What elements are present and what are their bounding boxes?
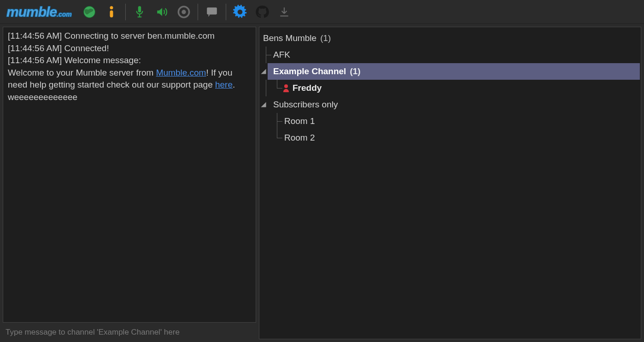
- svg-rect-9: [207, 7, 217, 14]
- username: Freddy: [293, 83, 322, 93]
- toolbar-separator: [125, 4, 126, 20]
- log-line: [11:44:56 AM] Connected!: [8, 42, 251, 55]
- download-icon[interactable]: [274, 2, 294, 22]
- expand-arrow-icon[interactable]: [260, 101, 267, 108]
- record-icon[interactable]: [174, 2, 194, 22]
- speaker-icon[interactable]: [152, 2, 172, 22]
- user-row[interactable]: Freddy: [260, 80, 640, 96]
- channel-tree[interactable]: Bens Mumble (1) AFK Example Channel (1) …: [259, 27, 641, 339]
- toolbar: mumble.com: [0, 0, 644, 24]
- main-content: [11:44:56 AM] Connecting to server ben.m…: [0, 24, 644, 342]
- globe-icon[interactable]: [79, 2, 100, 22]
- channel-label: AFK: [273, 50, 290, 60]
- microphone-icon[interactable]: [129, 2, 150, 22]
- user-count: (1): [350, 66, 360, 77]
- channel-room1[interactable]: Room 1: [260, 113, 640, 130]
- github-icon[interactable]: [252, 2, 272, 22]
- svg-rect-4: [138, 6, 141, 12]
- svg-rect-3: [110, 10, 113, 17]
- log-line: [11:44:56 AM] Connecting to server ben.m…: [8, 30, 251, 42]
- channel-room2[interactable]: Room 2: [260, 130, 640, 146]
- user-icon: [282, 84, 290, 92]
- settings-gear-icon[interactable]: [230, 2, 250, 22]
- chat-input[interactable]: [3, 325, 256, 339]
- channel-example[interactable]: Example Channel (1): [268, 63, 640, 80]
- svg-point-2: [110, 6, 113, 9]
- mumble-link[interactable]: Mumble.com: [156, 68, 206, 77]
- support-link[interactable]: here: [215, 80, 233, 89]
- channel-label: Room 1: [284, 116, 315, 126]
- expand-arrow-icon[interactable]: [260, 68, 267, 75]
- toolbar-separator: [198, 4, 198, 20]
- channel-root[interactable]: Bens Mumble (1): [260, 30, 640, 47]
- log-panel[interactable]: [11:44:56 AM] Connecting to server ben.m…: [3, 27, 256, 323]
- svg-point-8: [181, 10, 186, 14]
- left-pane: [11:44:56 AM] Connecting to server ben.m…: [3, 27, 256, 339]
- channel-label: Bens Mumble: [263, 33, 316, 43]
- toolbar-separator: [226, 4, 226, 20]
- channel-label: Room 2: [284, 133, 315, 143]
- channel-label: Example Channel: [273, 66, 346, 77]
- channel-label: Subscribers only: [273, 100, 338, 110]
- log-welcome: Welcome to your Mumble server from Mumbl…: [8, 67, 251, 104]
- svg-point-10: [284, 84, 288, 88]
- info-icon[interactable]: [101, 2, 122, 22]
- user-count: (1): [320, 33, 331, 43]
- app-logo: mumble.com: [6, 4, 72, 20]
- log-line: [11:44:56 AM] Welcome message:: [8, 54, 251, 67]
- channel-afk[interactable]: AFK: [260, 47, 640, 63]
- channel-subscribers[interactable]: Subscribers only: [260, 96, 640, 113]
- chat-icon[interactable]: [202, 2, 222, 22]
